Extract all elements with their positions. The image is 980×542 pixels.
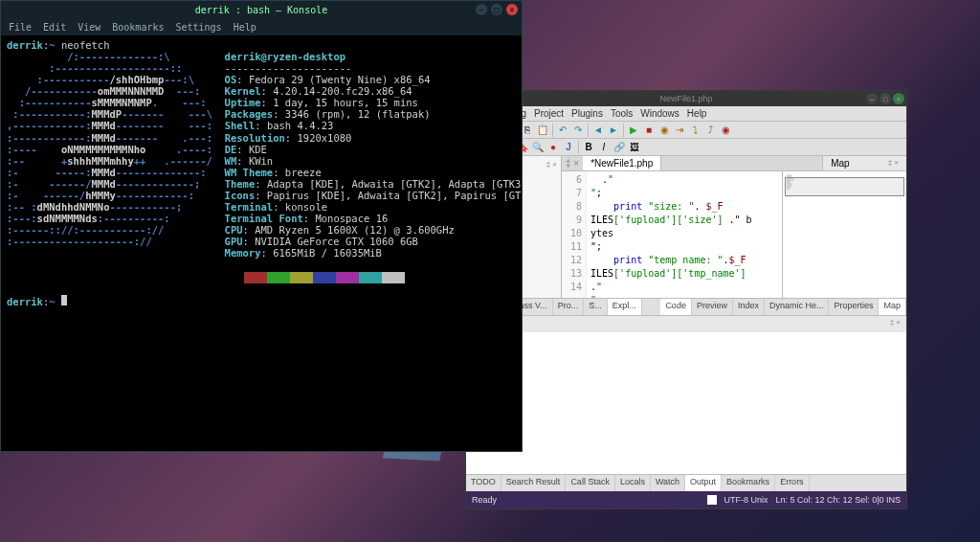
statusbar: Ready UTF-8 Unix Ln: 5 Col: 12 Ch: 12 Se… (466, 491, 906, 508)
separator (623, 124, 624, 137)
menu-help[interactable]: Help (234, 22, 256, 33)
menu-file[interactable]: File (9, 22, 32, 33)
copy-icon[interactable]: ⎘ (521, 124, 534, 137)
menu-bookmarks[interactable]: Bookmarks (112, 22, 164, 33)
minimize-button[interactable]: – (476, 4, 487, 15)
tab-preview[interactable]: Preview (692, 299, 733, 315)
redo-icon[interactable]: ↷ (571, 124, 585, 137)
ide-title: NewFile1.php (659, 94, 712, 103)
tab-map[interactable]: Map (879, 299, 906, 315)
nav-fwd-icon[interactable]: ► (607, 124, 620, 137)
tab-project[interactable]: Pro... (553, 299, 585, 315)
menu-tools[interactable]: Tools (611, 108, 633, 119)
status-encoding: UTF-8 Unix (724, 495, 768, 505)
ide-titlebar[interactable]: NewFile1.php – □ × (466, 91, 906, 106)
menu-windows[interactable]: Windows (640, 108, 679, 119)
menu-project[interactable]: Project (534, 108, 564, 119)
tab-dynamic[interactable]: Dynamic He... (765, 299, 830, 315)
status-checkbox[interactable] (707, 495, 717, 505)
menu-plugins[interactable]: Plugins (571, 108, 603, 119)
map-close-icon[interactable]: ‡ × (888, 158, 899, 169)
tab-newfile[interactable]: *NewFile1.php (583, 156, 661, 170)
konsole-title: derrik : bash — Konsole (195, 5, 327, 15)
tab-bookmarks[interactable]: Bookmarks (722, 475, 775, 491)
menu-help[interactable]: Help (687, 108, 707, 119)
ide-menubar: View Debug Project Plugins Tools Windows… (466, 106, 906, 122)
find-icon[interactable]: 🔍 (531, 141, 545, 154)
tab-search[interactable]: Search Result (501, 475, 567, 491)
terminal-output[interactable]: derrik:~ neofetch /:-------------:\ derr… (1, 35, 522, 311)
separator (578, 141, 579, 154)
maximize-button[interactable]: □ (880, 93, 891, 104)
tab-locals[interactable]: Locals (615, 475, 651, 491)
tab-watch[interactable]: Watch (651, 475, 685, 491)
tab-s[interactable]: S... (584, 299, 608, 315)
editor-tabs: ‡ × *NewFile1.php Map ‡ × (562, 156, 906, 171)
link-icon[interactable]: 🔗 (612, 141, 626, 154)
ide-window: NewFile1.php – □ × View Debug Project Pl… (465, 90, 907, 509)
close-button[interactable]: × (506, 4, 518, 15)
ide-center: ‡ × *NewFile1.php Map ‡ × 67891011121314… (562, 156, 906, 298)
code-editor[interactable]: 67891011121314 .""; print "size: ". $_F … (562, 171, 782, 298)
ide-main: ‡ × Servers ‡ × *NewFile1.php Map ‡ × 67… (466, 156, 906, 298)
konsole-window: derrik : bash — Konsole – □ × File Edit … (0, 0, 523, 452)
tab-index[interactable]: Index (733, 299, 765, 315)
separator (588, 124, 589, 137)
menu-settings[interactable]: Settings (175, 22, 221, 33)
undo-icon[interactable]: ↶ (556, 124, 569, 137)
j-icon[interactable]: J (562, 141, 575, 154)
status-position: Ln: 5 Col: 12 Ch: 12 Sel: 0|0 INS (776, 495, 901, 505)
record-icon[interactable]: ● (546, 141, 560, 154)
tab-code[interactable]: Code (660, 299, 692, 315)
tab-errors[interactable]: Errors (775, 475, 810, 491)
tab-output[interactable]: Output (685, 475, 722, 491)
ide-toolbar: 💾 ⎘ ✂ ⎘ 📋 ↶ ↷ ◄ ► ▶ ■ ◉ ⇥ ⤵ ⤴ ◉ (466, 122, 906, 139)
line-numbers: 67891011121314 (562, 171, 587, 298)
stop-icon[interactable]: ■ (642, 124, 656, 137)
menu-edit[interactable]: Edit (43, 22, 66, 33)
step-over-icon[interactable]: ⤵ (688, 124, 702, 137)
map-label: Map (831, 158, 849, 169)
code-content[interactable]: .""; print "size: ". $_F ILES['fupload']… (587, 171, 782, 298)
minimap[interactable]: ▓▓▓▓▓▓▓▓▓▓▓▓▓▓ (782, 171, 906, 298)
bold-icon[interactable]: B (582, 141, 595, 154)
break-icon[interactable]: ◉ (719, 124, 732, 137)
map-header: Map ‡ × (822, 156, 906, 170)
nav-back-icon[interactable]: ◄ (591, 124, 605, 137)
tab-close-icon[interactable]: ‡ × (562, 156, 583, 170)
tab-explorer[interactable]: Expl... (608, 299, 642, 315)
menu-view[interactable]: View (78, 22, 100, 33)
maximize-button[interactable]: □ (491, 4, 502, 15)
tab-todo[interactable]: TODO (466, 475, 501, 491)
konsole-titlebar[interactable]: derrik : bash — Konsole – □ × (1, 1, 522, 18)
tab-callstack[interactable]: Call Stack (566, 475, 615, 491)
konsole-menubar: File Edit View Bookmarks Settings Help (1, 18, 522, 35)
close-button[interactable]: × (893, 93, 904, 104)
step-out-icon[interactable]: ⤴ (703, 124, 717, 137)
tab-properties[interactable]: Properties (829, 299, 879, 315)
output-panel[interactable] (466, 332, 906, 474)
image-icon[interactable]: 🖼 (628, 141, 641, 154)
ide-toolbar-2: ⇥ ⇤ // 🔖 🔍 ● J B I 🔗 🖼 (466, 139, 906, 156)
run-icon[interactable]: ▶ (627, 124, 640, 137)
output-close-icon[interactable]: ‡ × (890, 318, 901, 330)
tab-label: *NewFile1.php (590, 158, 653, 169)
minimize-button[interactable]: – (866, 93, 878, 104)
status-ready: Ready (472, 495, 497, 505)
debug-icon[interactable]: ◉ (657, 124, 671, 137)
editor-area: 67891011121314 .""; print "size: ". $_F … (562, 171, 906, 298)
left-bottom-tabs: Struct... Class V... Pro... S... Expl...… (466, 298, 906, 315)
minimap-viewport[interactable] (785, 177, 904, 196)
italic-icon[interactable]: I (597, 141, 611, 154)
output-header: Output ‡ × (466, 315, 906, 332)
bottom-panel-tabs: TODO Search Result Call Stack Locals Wat… (466, 474, 906, 491)
separator (552, 124, 553, 137)
step-icon[interactable]: ⇥ (673, 124, 686, 137)
paste-icon[interactable]: 📋 (536, 124, 549, 137)
